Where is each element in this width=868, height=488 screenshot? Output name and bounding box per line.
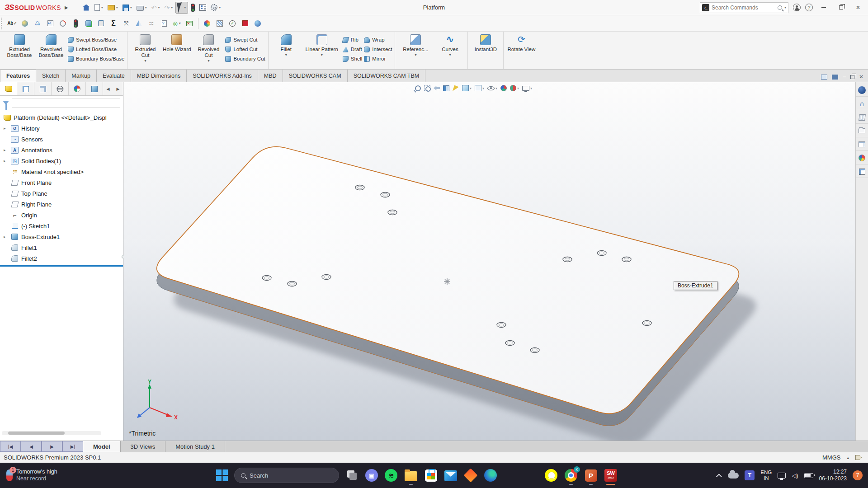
rib-button[interactable]: Rib bbox=[343, 36, 363, 44]
toolbar-grip[interactable] bbox=[1, 18, 3, 29]
reference-geometry-button[interactable]: Referenc... bbox=[398, 33, 433, 68]
custom-properties-button[interactable] bbox=[856, 165, 868, 178]
intersect-button[interactable]: Intersect bbox=[364, 45, 392, 53]
tab-solidworks-cam-tbm[interactable]: SOLIDWORKS CAM TBM bbox=[348, 70, 426, 82]
restore-button[interactable] bbox=[835, 2, 847, 13]
chrome-app-icon[interactable]: K bbox=[564, 469, 578, 482]
undo-button[interactable]: ↶ bbox=[150, 2, 162, 14]
expander-icon[interactable]: ▸ bbox=[4, 126, 8, 131]
boundary-cut-button[interactable]: Boundary Cut bbox=[225, 55, 265, 63]
design-check-button[interactable] bbox=[95, 18, 106, 29]
new-document-button[interactable] bbox=[93, 2, 105, 14]
compare-documents-button[interactable]: ? bbox=[159, 18, 170, 29]
tree-root-part[interactable]: Platform (Default) <<Default>_Displ bbox=[0, 112, 123, 123]
tree-item-right-plane[interactable]: Right Plane bbox=[0, 199, 123, 210]
section-properties-button[interactable]: ↩ bbox=[45, 18, 56, 29]
pane-right-icon[interactable] bbox=[832, 75, 838, 80]
appearance-filter-button[interactable] bbox=[202, 18, 212, 29]
chat-app-icon[interactable] bbox=[365, 469, 378, 482]
print-button[interactable] bbox=[135, 2, 149, 14]
doc-close-button[interactable]: ✕ bbox=[859, 74, 863, 80]
appearances-scenes-button[interactable] bbox=[856, 152, 868, 164]
propertymanager-tab[interactable] bbox=[17, 82, 34, 95]
units-selector[interactable]: MMGS bbox=[822, 454, 840, 461]
instant3d-button[interactable]: Instant3D bbox=[471, 33, 500, 68]
spell-check-button[interactable]: Ab✓ bbox=[7, 18, 18, 29]
tree-item-boss-extrude1[interactable]: ▸ Boss-Extrude1 bbox=[0, 231, 123, 242]
scrollbar-thumb[interactable] bbox=[8, 432, 65, 435]
edge-app-icon[interactable] bbox=[484, 469, 497, 482]
tree-item-fillet1[interactable]: Fillet1 bbox=[0, 242, 123, 253]
graphics-viewport[interactable]: ▾ ▾ ▾ ▾ ▾ Y X *Trimetric Boss-Extrude1 bbox=[123, 82, 855, 441]
select-tool-button[interactable] bbox=[175, 2, 188, 14]
design-checker-button[interactable] bbox=[189, 2, 197, 14]
rollback-bar[interactable] bbox=[0, 265, 123, 267]
close-button[interactable] bbox=[852, 2, 864, 13]
texture-button[interactable] bbox=[214, 18, 225, 29]
extruded-cut-button[interactable]: Extruded Cut bbox=[130, 33, 160, 68]
expander-icon[interactable]: ▸ bbox=[4, 159, 8, 163]
equations-button[interactable]: Σ bbox=[108, 18, 119, 29]
view-palette-button[interactable] bbox=[856, 138, 868, 151]
open-button[interactable] bbox=[106, 2, 120, 14]
previous-view-button[interactable] bbox=[434, 86, 440, 90]
displaymanager-tab[interactable] bbox=[69, 82, 86, 95]
extruded-boss-base-button[interactable]: Extruded Boss/Base bbox=[5, 33, 34, 68]
edit-appearance-button[interactable] bbox=[500, 85, 507, 91]
snapchat-app-icon[interactable] bbox=[544, 469, 558, 482]
tab-solidworks-cam[interactable]: SOLIDWORKS CAM bbox=[283, 70, 348, 82]
tree-item-material[interactable]: ⁝≡ Material <not specified> bbox=[0, 166, 123, 177]
boundary-boss-base-button[interactable]: Boundary Boss/Base bbox=[68, 55, 124, 63]
command-search-box[interactable]: ▾ bbox=[700, 2, 788, 13]
prev-tab-button[interactable]: ◀ bbox=[21, 441, 42, 452]
configurationmanager-tab[interactable] bbox=[34, 82, 52, 95]
dropdown-caret-icon[interactable]: ▾ bbox=[482, 86, 484, 90]
dropdown-caret-icon[interactable]: ▾ bbox=[530, 86, 532, 90]
doc-minimize-button[interactable]: – bbox=[843, 74, 846, 80]
units-caret-icon[interactable]: ▴ bbox=[847, 455, 849, 460]
rotate-view-button[interactable]: ⟳ Rotate View bbox=[506, 33, 536, 68]
design-table-button[interactable]: ✕ bbox=[184, 18, 195, 29]
speaker-icon[interactable]: ◁) bbox=[792, 472, 798, 479]
lofted-boss-base-button[interactable]: Lofted Boss/Base bbox=[68, 45, 124, 53]
options-button[interactable] bbox=[209, 2, 222, 14]
first-tab-button[interactable]: |◀ bbox=[0, 441, 21, 452]
notification-badge[interactable]: 7 bbox=[853, 470, 863, 480]
tab-evaluate[interactable]: Evaluate bbox=[97, 70, 131, 82]
expander-icon[interactable]: ▸ bbox=[4, 148, 8, 152]
tree-item-front-plane[interactable]: Front Plane bbox=[0, 177, 123, 188]
3d-views-tab[interactable]: 3D Views bbox=[121, 441, 166, 452]
section-view-button[interactable] bbox=[443, 85, 449, 91]
pane-left-icon[interactable] bbox=[821, 75, 827, 80]
tree-filter-input[interactable] bbox=[12, 99, 120, 108]
mail-app-icon[interactable] bbox=[444, 469, 458, 482]
language-indicator[interactable]: ENGIN bbox=[760, 469, 772, 481]
battery-icon[interactable] bbox=[804, 473, 813, 478]
measure-button[interactable] bbox=[19, 18, 30, 29]
linear-pattern-button[interactable]: Linear Pattern bbox=[303, 33, 341, 68]
swept-boss-base-button[interactable]: Swept Boss/Base bbox=[68, 36, 124, 44]
view-orientation-button[interactable]: ▾ bbox=[462, 85, 472, 91]
cam-tree-tab[interactable] bbox=[86, 82, 103, 95]
tab-mbd[interactable]: MBD bbox=[258, 70, 283, 82]
lofted-cut-button[interactable]: Lofted Cut bbox=[225, 45, 265, 53]
view-settings-button[interactable]: ▾ bbox=[522, 86, 532, 91]
tab-solidworks-add-ins[interactable]: SOLIDWORKS Add-Ins bbox=[187, 70, 258, 82]
search-icon[interactable] bbox=[778, 5, 782, 10]
model-tab[interactable]: Model bbox=[83, 441, 121, 452]
redo-button[interactable]: ↷ bbox=[162, 2, 175, 14]
logo-flyout-arrow-icon[interactable]: ▶ bbox=[65, 5, 68, 10]
tree-item-history[interactable]: ▸ ↺ History bbox=[0, 123, 123, 134]
last-tab-button[interactable]: ▶| bbox=[62, 441, 83, 452]
expander-icon[interactable]: ▸ bbox=[4, 235, 8, 239]
assembly-visualization-button[interactable] bbox=[70, 18, 81, 29]
tray-overflow-chevron-icon[interactable] bbox=[716, 474, 722, 479]
color-swatch-button[interactable] bbox=[240, 18, 250, 29]
dynamic-annotation-button[interactable] bbox=[453, 85, 459, 91]
revolved-cut-button[interactable]: Revolved Cut bbox=[193, 33, 223, 68]
account-icon[interactable] bbox=[793, 4, 801, 11]
tab-mbd-dimensions[interactable]: MBD Dimensions bbox=[131, 70, 187, 82]
display-cast-icon[interactable] bbox=[778, 473, 786, 479]
curves-button[interactable]: ∿ Curves bbox=[435, 33, 465, 68]
design-library-button[interactable] bbox=[856, 111, 868, 124]
